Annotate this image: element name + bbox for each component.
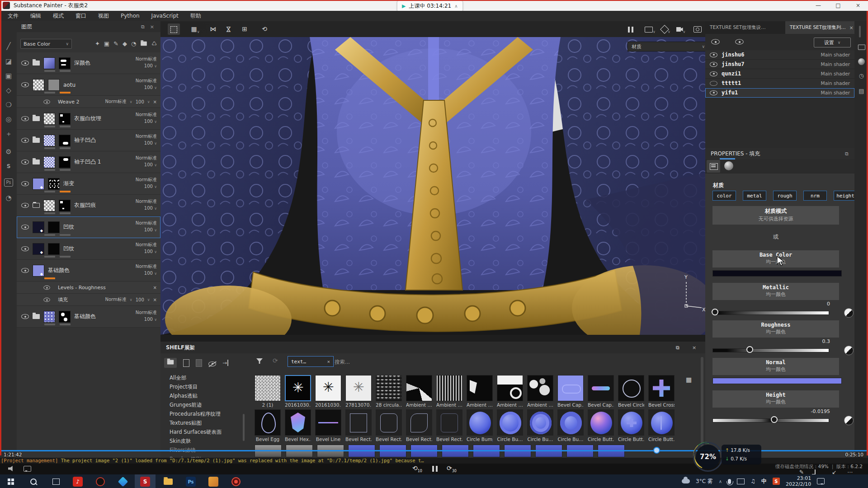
resource-thumbnail[interactable] [406,375,432,401]
layer-blend-opacity[interactable]: Norm标准 100 ∨ [136,56,157,70]
slider-default-icon[interactable] [844,346,854,355]
layer-row[interactable]: 袖子凹凸 1 Norm标准 100 ∨ [17,151,160,173]
layer-row[interactable]: 衣服凹痕 Norm标准 100 ∨ [17,195,160,216]
taskbar-app-explorer[interactable] [158,476,178,488]
clone-tool-icon[interactable]: ◎ [4,114,14,124]
add-paint-layer-icon[interactable]: ✎ [113,40,118,47]
opacity-value[interactable]: 100 [144,141,153,145]
layer-blend-opacity[interactable]: Norm标准 100 ∨ [136,155,157,169]
close-panel-icon[interactable]: × [690,345,698,351]
layer-blend-opacity[interactable]: Norm标准 100 ∨ [136,111,157,125]
shelf-resource[interactable]: Bevel Circle [618,375,644,408]
float-panel-icon[interactable]: ⧉ [672,345,683,351]
resource-thumbnail[interactable] [497,375,523,401]
folder-icon[interactable] [33,138,40,143]
texture-set-row[interactable]: qunzi1 Main shader [705,69,854,79]
shelf-resource[interactable]: Bevel Hex… [285,409,311,442]
menu-item[interactable]: 模式 [47,11,70,21]
shelf-resource[interactable]: Bevel Rect… [406,409,432,442]
remove-effect-icon[interactable]: × [153,99,157,104]
visibility-eye-icon[interactable] [710,90,717,95]
zoom-level-indicator[interactable]: 72% [694,443,722,470]
resource-thumbnail[interactable] [315,375,341,401]
resource-thumbnail[interactable] [285,375,311,401]
shelf-scrollbar[interactable] [701,357,703,454]
resource-thumbnail[interactable] [618,409,644,436]
resource-thumbnail[interactable] [315,409,341,436]
smudge-tool-icon[interactable]: ❍ [4,100,14,110]
categories-scrollbar[interactable] [243,414,245,441]
slider-default-icon[interactable] [844,416,854,425]
layer-mask-thumbnail[interactable] [48,243,60,255]
remove-effect-icon[interactable]: × [153,285,157,290]
texture-set-name[interactable]: jinshu7 [722,61,745,67]
texture-set-name[interactable]: qunzi1 [722,70,741,77]
slider-knob[interactable] [712,309,718,315]
texture-set-name[interactable]: ttttt1 [722,80,741,86]
resource-thumbnail[interactable] [345,375,372,401]
shelf-resource[interactable]: Circle Bu… [527,409,553,442]
tiling-mode-icon[interactable]: ▦∨ [189,23,202,35]
visibility-eye-icon[interactable] [21,268,29,273]
hide-resources-icon[interactable] [208,361,216,366]
fill-channel-header[interactable]: Roughness 均一颜色 [712,320,839,338]
channel-button[interactable]: rough [773,191,797,201]
layer-mask-thumbnail[interactable] [48,221,60,233]
layer-blend-opacity[interactable]: Norm标准 100 ∨ [136,309,157,323]
layer-mask-thumbnail[interactable] [59,57,71,69]
visibility-eye-icon[interactable] [710,71,717,76]
visibility-eye-icon[interactable] [710,52,717,57]
task-view-icon[interactable] [46,476,66,488]
layer-name[interactable]: 凹纹 [63,223,74,231]
visibility-eye-icon[interactable] [21,138,29,143]
reset-rotation-icon[interactable]: ⟲ [259,23,270,35]
remove-filter-icon[interactable]: × [327,359,330,365]
resource-thumbnail[interactable] [436,375,462,401]
taskbar-app-substance[interactable]: S [135,476,155,488]
visibility-eye-icon[interactable] [710,81,717,86]
shelf-resource[interactable]: Circle Bu… [497,409,523,442]
shader-assignment[interactable]: Main shader [821,61,850,67]
channel-button[interactable]: metal [743,191,766,201]
layer-row[interactable]: Weave 2 Norm标准 ∨ 100 ∨ × [17,96,160,108]
minimize-button[interactable]: — [808,0,828,11]
visibility-eye-icon[interactable] [21,246,29,251]
display-settings-dock-icon[interactable] [858,45,865,50]
layer-thumbnail[interactable] [43,57,55,69]
resource-thumbnail[interactable] [588,409,614,436]
shelf-resource[interactable]: Circle Butt… [648,409,675,442]
layer-thumbnail[interactable] [43,200,55,211]
shelf-resource[interactable]: 20161030… [315,375,341,408]
shelf-resource[interactable]: Bevel Cross [648,375,675,408]
viewport-material-dropdown[interactable]: 材质 ∨ [627,42,709,52]
photoshop-plugin-icon[interactable]: Ps [4,178,13,187]
resource-thumbnail[interactable] [467,409,493,436]
color-swatch[interactable] [712,378,842,384]
layer-row[interactable]: aotu Norm标准 100 ∨ [17,74,160,96]
texture-set-row[interactable]: yifu1 Main shader [705,88,854,98]
mirror-vertical-icon[interactable]: ⋈ [223,24,234,35]
layer-blend-opacity[interactable]: Norm标准 100 ∨ [136,241,157,255]
clock[interactable]: 23:01 2022/2/10 [786,475,811,487]
folder-icon[interactable] [33,314,40,319]
opacity-value[interactable]: 100 [144,85,153,90]
resource-thumbnail[interactable] [406,409,432,436]
visibility-eye-icon[interactable] [21,314,29,319]
opacity-value[interactable]: 100 [144,227,153,232]
eraser-tool-icon[interactable]: ◪ [4,56,14,66]
taskbar-app-douyin[interactable]: ♪ [68,476,88,488]
layer-thumbnail[interactable] [43,113,55,125]
save-resources-icon[interactable] [196,359,202,367]
opacity-value[interactable]: 100 [144,162,153,167]
refresh-shelf-icon[interactable]: ⟳ [273,357,278,364]
transform-tool-icon[interactable] [168,23,180,35]
shader-assignment[interactable]: Main shader [821,80,850,86]
visibility-eye-icon[interactable] [21,61,29,66]
effect-name[interactable]: Levels - Roughness [58,285,106,291]
float-panel-icon[interactable]: ⧉ [137,24,148,30]
menu-item[interactable]: Python [115,11,146,21]
log-dock-icon[interactable]: ▤ [858,87,865,95]
blend-mode-value[interactable]: Norm标准 [136,56,157,61]
tray-expand-icon[interactable]: ∧ [719,479,722,484]
screenshot-icon[interactable] [692,23,703,35]
